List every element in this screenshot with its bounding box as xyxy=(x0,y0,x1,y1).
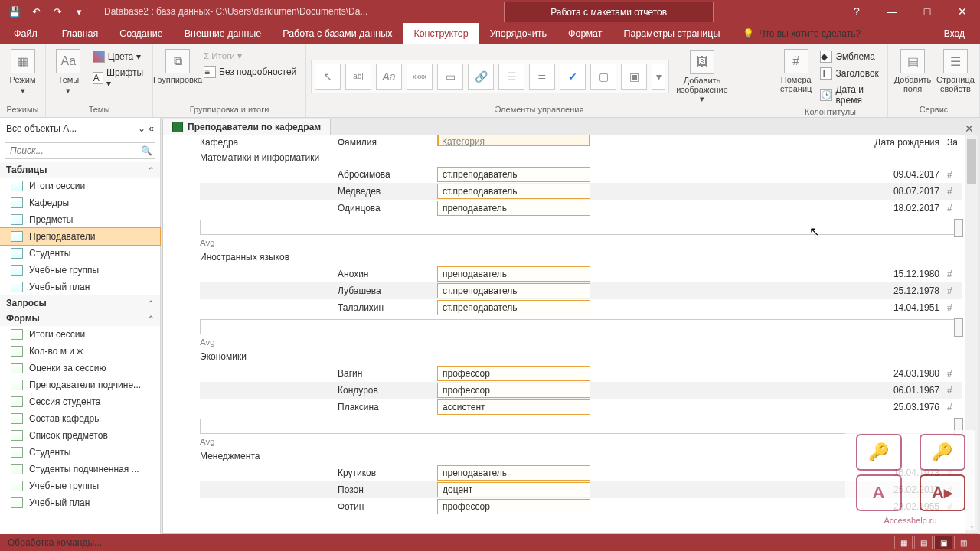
controls-gallery[interactable]: ↖ ab| Aa xxxx ▭ 🔗 ☰ ≣ ✔ ▢ ▣ ▾ xyxy=(311,60,669,93)
fonts-button[interactable]: AШрифты ▾ xyxy=(90,66,148,90)
save-icon[interactable]: 💾 xyxy=(5,2,24,21)
data-row[interactable]: Вагинпрофессор24.03.1980# xyxy=(200,365,962,382)
label-icon[interactable]: Aa xyxy=(376,64,402,90)
cell-category[interactable]: преподаватель xyxy=(437,266,590,282)
tab-arrange[interactable]: Упорядочить xyxy=(479,23,557,44)
tab-file[interactable]: Файл xyxy=(0,23,51,44)
resize-handle[interactable] xyxy=(954,219,963,237)
view-mode-button[interactable]: ▦Режим▾ xyxy=(5,47,41,96)
nav-table-item[interactable]: Учебный план xyxy=(0,279,160,295)
page-numbers-button[interactable]: #Номера страниц xyxy=(778,47,814,95)
nav-table-item[interactable]: Преподаватели xyxy=(0,228,160,245)
tab-dbtools[interactable]: Работа с базами данных xyxy=(272,23,403,44)
nav-form-item[interactable]: Итоги сессии xyxy=(0,326,160,343)
nav-form-item[interactable]: Кол-во м и ж xyxy=(0,343,160,360)
nav-group-queries[interactable]: Запросы⌃ xyxy=(0,295,160,311)
nav-title[interactable]: Все объекты A...⌄« xyxy=(0,118,160,139)
tell-me[interactable]: 💡Что вы хотите сделать? xyxy=(730,23,861,44)
close-tab-button[interactable]: ✕ xyxy=(959,122,980,135)
chevron-down-icon[interactable]: ⌄ xyxy=(138,123,145,134)
view-design-button[interactable]: ▥ xyxy=(954,536,972,549)
cell-category[interactable]: профессор xyxy=(437,366,590,381)
data-row[interactable]: Лубашеваст.преподаватель25.12.1978# xyxy=(200,282,962,299)
pointer-icon[interactable]: ↖ xyxy=(315,64,341,90)
view-layout-button[interactable]: ▣ xyxy=(934,536,952,549)
tab-home[interactable]: Главная xyxy=(51,23,109,44)
hide-details-button[interactable]: ≡Без подробностей xyxy=(201,64,299,80)
themes-button[interactable]: AaТемы▾ xyxy=(51,47,87,96)
property-sheet-button[interactable]: ☰Страница свойств xyxy=(936,47,975,95)
cell-category[interactable]: ст.преподаватель xyxy=(437,184,590,199)
totals-button[interactable]: Σ Итоги ▾ xyxy=(201,49,299,63)
cell-category[interactable]: доцент xyxy=(437,482,590,497)
collapse-icon[interactable]: « xyxy=(149,123,154,134)
textbox-icon[interactable]: ab| xyxy=(345,64,371,90)
check-icon[interactable]: ✔ xyxy=(560,64,586,90)
login-link[interactable]: Вход xyxy=(929,23,980,44)
data-row[interactable]: Плаксинаассистент25.03.1976# xyxy=(200,399,962,416)
resize-handle[interactable] xyxy=(954,318,963,337)
view-report-button[interactable]: ▦ xyxy=(894,536,913,549)
cell-category[interactable]: ассистент xyxy=(437,399,590,415)
nav-form-item[interactable]: Студенты xyxy=(0,444,160,461)
nav-form-item[interactable]: Студенты подчиненная ... xyxy=(0,461,160,478)
insert-image-button[interactable]: 🖼Добавить изображение ▾ xyxy=(672,48,732,105)
button-icon[interactable]: xxxx xyxy=(407,64,433,90)
logo-button[interactable]: ◆Эмблема xyxy=(817,49,883,64)
tab-design[interactable]: Конструктор xyxy=(403,23,479,44)
cell-category[interactable]: ст.преподаватель xyxy=(437,167,590,182)
nav-form-item[interactable]: Сессия студента xyxy=(0,393,160,410)
close-button[interactable]: ✕ xyxy=(945,0,980,23)
cell-category[interactable]: ст.преподаватель xyxy=(437,283,590,298)
link-icon[interactable]: 🔗 xyxy=(468,64,494,90)
nav-table-item[interactable]: Студенты xyxy=(0,245,160,262)
nav-group-tables[interactable]: Таблицы⌃ xyxy=(0,162,160,178)
title-button[interactable]: TЗаголовок xyxy=(817,66,883,81)
qat-more-icon[interactable]: ▾ xyxy=(69,2,89,21)
data-row[interactable]: Талалихинст.преподаватель14.04.1951# xyxy=(200,299,962,316)
nav-form-item[interactable]: Состав кафедры xyxy=(0,410,160,427)
tab-external[interactable]: Внешние данные xyxy=(174,23,273,44)
search-input[interactable] xyxy=(5,145,138,156)
tab-icon[interactable]: ▭ xyxy=(437,64,463,90)
nav-form-item[interactable]: Список предметов xyxy=(0,427,160,444)
tab-create[interactable]: Создание xyxy=(109,23,173,44)
maximize-button[interactable]: □ xyxy=(910,0,945,23)
cell-category[interactable]: преподаватель xyxy=(437,201,590,216)
nav-search[interactable]: 🔍 xyxy=(5,142,155,159)
grouping-button[interactable]: ⧉Группировка xyxy=(158,47,198,86)
undo-icon[interactable]: ↶ xyxy=(26,2,46,21)
redo-icon[interactable]: ↷ xyxy=(47,2,67,21)
nav-form-item[interactable]: Учебный план xyxy=(0,494,160,511)
datetime-button[interactable]: 🕒Дата и время xyxy=(817,83,883,107)
help-button[interactable]: ? xyxy=(839,0,874,23)
data-row[interactable]: Медведевст.преподаватель08.07.2017# xyxy=(200,183,962,200)
nav-form-item[interactable]: Оценки за сессию xyxy=(0,360,160,377)
add-fields-button[interactable]: ▤Добавить поля xyxy=(893,47,933,95)
combo-icon[interactable]: ☰ xyxy=(498,64,524,90)
nav-group-forms[interactable]: Формы⌃ xyxy=(0,311,160,326)
cell-category[interactable]: профессор xyxy=(437,383,590,398)
frame-icon[interactable]: ▢ xyxy=(590,64,616,90)
gallery-more-icon[interactable]: ▾ xyxy=(652,64,665,90)
cell-category[interactable]: профессор xyxy=(437,499,590,514)
aggregate-box[interactable] xyxy=(200,319,962,334)
minimize-button[interactable]: — xyxy=(874,0,910,23)
cell-category[interactable]: ст.преподаватель xyxy=(437,300,590,315)
data-row[interactable]: Абросимоваст.преподаватель09.04.2017# xyxy=(200,166,962,183)
nav-form-item[interactable]: Преподаватели подчине... xyxy=(0,377,160,393)
nav-form-item[interactable]: Учебные группы xyxy=(0,478,160,494)
nav-table-item[interactable]: Кафедры xyxy=(0,194,160,211)
nav-table-item[interactable]: Итоги сессии xyxy=(0,178,160,194)
list-icon[interactable]: ≣ xyxy=(529,64,555,90)
data-row[interactable]: Одинцовапреподаватель18.02.2017# xyxy=(200,200,962,217)
view-print-button[interactable]: ▤ xyxy=(914,536,933,549)
search-icon[interactable]: 🔍 xyxy=(138,145,155,156)
tab-format[interactable]: Формат xyxy=(557,23,612,44)
tab-page[interactable]: Параметры страницы xyxy=(612,23,730,44)
data-row[interactable]: Кондуровпрофессор06.01.1967# xyxy=(200,382,962,399)
col-category[interactable]: Категория xyxy=(437,135,590,146)
data-row[interactable]: Анохинпреподаватель15.12.1980# xyxy=(200,266,962,282)
aggregate-box[interactable] xyxy=(200,220,962,235)
nav-table-item[interactable]: Предметы xyxy=(0,211,160,228)
